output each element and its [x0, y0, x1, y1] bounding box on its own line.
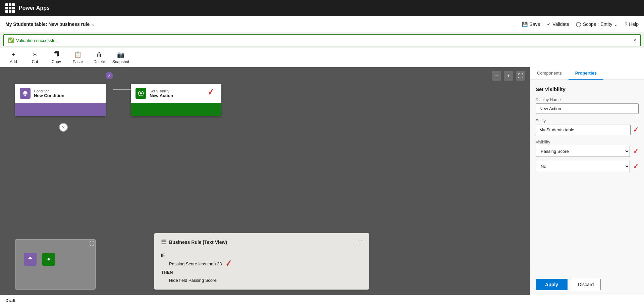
display-name-label: Display Name [536, 97, 639, 102]
cut-icon: ✂ [33, 51, 38, 58]
panel-tabs: Components Properties [530, 67, 644, 80]
condition-name: New Condition [34, 93, 64, 98]
breadcrumb: My Students table: New business rule ⌄ [5, 21, 95, 27]
condition-footer [15, 103, 106, 116]
business-rule-panel: ☰ Business Rule (Text View) ⛶ IF Passing… [154, 233, 369, 290]
mini-condition-icon [24, 253, 37, 266]
action-labels: Set Visibility New Action [150, 89, 173, 98]
copy-icon: 🗍 [53, 51, 59, 58]
biz-rule-action-row: Hide field Passing Score [161, 276, 362, 284]
svg-point-1 [140, 92, 142, 94]
help-button[interactable]: ? Help [625, 21, 639, 27]
visibility-check-annotation: ✓ [633, 147, 638, 156]
panel-section-title: Set Visibility [536, 86, 639, 92]
biz-rule-content: IF Passing Score less than 33 ✓ THEN Hid… [161, 251, 362, 284]
paste-icon: 📋 [74, 51, 82, 58]
action-name: New Action [150, 93, 173, 98]
condition-connector-tick: ✓ [106, 72, 113, 79]
add-button[interactable]: + Add [3, 49, 23, 66]
delete-icon: 🗑 [96, 51, 102, 58]
toolbar: + Add ✂ Cut 🗍 Copy 📋 Paste 🗑 Delete 📷 Sn… [0, 48, 644, 67]
validate-icon: ✓ [547, 21, 551, 27]
check-circle-icon: ✅ [8, 37, 14, 43]
delete-node-button[interactable]: ✕ [59, 123, 68, 132]
save-button[interactable]: 💾 Save [522, 21, 540, 27]
no-check-annotation: ✓ [633, 162, 638, 171]
entity-label: Entity [536, 119, 639, 123]
help-icon: ? [625, 21, 627, 27]
mini-map-expand-icon[interactable]: ⛶ [89, 241, 94, 246]
validation-message: ✅ Validation successful. [8, 37, 58, 43]
snapshot-button[interactable]: 📷 Snapshot [111, 49, 131, 66]
mini-action-icon [42, 253, 55, 266]
canvas[interactable]: − + ⛶ Condition New Condition ✓ ► [0, 67, 530, 295]
chevron-down-icon[interactable]: ⌄ [92, 22, 95, 27]
zoom-in-button[interactable]: + [504, 71, 513, 81]
condition-labels: Condition New Condition [34, 89, 64, 98]
scope-button[interactable]: ◯ Scope : Entity ⌄ [576, 21, 618, 27]
page-title: My Students table: New business rule [5, 21, 90, 27]
entity-field-row: ✓ [536, 125, 639, 135]
biz-rule-title: ☰ Business Rule (Text View) [161, 239, 227, 246]
condition-node[interactable]: Condition New Condition [15, 84, 106, 116]
status-text: Draft [5, 298, 15, 303]
delete-button[interactable]: 🗑 Delete [89, 49, 109, 66]
scope-chevron-icon: ⌄ [614, 21, 618, 27]
entity-check-annotation: ✓ [633, 126, 638, 134]
if-keyword: IF [161, 253, 165, 258]
tab-properties[interactable]: Properties [569, 67, 603, 80]
panel-content: Set Visibility Display Name Entity ✓ Vis… [530, 80, 644, 274]
tab-components[interactable]: Components [530, 67, 569, 80]
copy-button[interactable]: 🗍 Copy [46, 49, 66, 66]
zoom-controls: − + ⛶ [492, 71, 525, 81]
display-name-input[interactable] [536, 103, 639, 114]
cut-button[interactable]: ✂ Cut [25, 49, 45, 66]
save-icon: 💾 [522, 21, 528, 27]
apply-button[interactable]: Apply [536, 279, 568, 290]
action-header: Set Visibility New Action ✓ [131, 84, 221, 103]
main-area: − + ⛶ Condition New Condition ✓ ► [0, 67, 644, 295]
header-bar: My Students table: New business rule ⌄ 💾… [0, 16, 644, 32]
discard-button[interactable]: Discard [571, 279, 601, 290]
top-bar: Power Apps [0, 0, 644, 16]
action-node[interactable]: Set Visibility New Action ✓ [131, 84, 221, 116]
action-icon [136, 88, 146, 99]
condition-type: Condition [34, 89, 64, 93]
validation-close-button[interactable]: × [633, 37, 636, 43]
panel-footer: Apply Discard [530, 274, 644, 295]
action-check-annotation: ✓ [208, 87, 214, 98]
scope-icon: ◯ [576, 21, 581, 27]
waffle-icon[interactable] [5, 3, 15, 13]
snapshot-icon: 📷 [117, 51, 124, 58]
app-title: Power Apps [19, 5, 50, 11]
right-panel: Components Properties Set Visibility Dis… [530, 67, 644, 295]
action-footer [131, 103, 221, 116]
visibility-passing-score-select[interactable]: Passing Score [536, 146, 630, 157]
visibility-no-select[interactable]: No [536, 161, 630, 172]
biz-rule-then-row: THEN [161, 268, 362, 276]
biz-rule-header: ☰ Business Rule (Text View) ⛶ [161, 239, 362, 246]
validate-button[interactable]: ✓ Validate [547, 21, 569, 27]
biz-rule-icon: ☰ [161, 239, 166, 246]
status-bar: Draft [0, 295, 644, 303]
add-icon: + [12, 51, 15, 58]
action-type: Set Visibility [150, 89, 173, 93]
svg-point-2 [48, 258, 50, 261]
biz-rule-expand-icon[interactable]: ⛶ [358, 240, 362, 245]
paste-button[interactable]: 📋 Paste [68, 49, 88, 66]
condition-header: Condition New Condition [15, 84, 106, 103]
header-actions: 💾 Save ✓ Validate ◯ Scope : Entity ⌄ ? H… [522, 21, 639, 27]
visibility-label: Visibility [536, 140, 639, 144]
condition-icon [20, 88, 31, 99]
fit-screen-button[interactable]: ⛶ [516, 71, 525, 81]
biz-rule-if-row: IF [161, 251, 362, 259]
zoom-out-button[interactable]: − [492, 71, 501, 81]
then-keyword: THEN [161, 270, 173, 275]
entity-input[interactable] [536, 125, 631, 135]
condition-check-annotation: ✓ [225, 259, 231, 268]
biz-rule-condition-row: Passing Score less than 33 ✓ [161, 259, 362, 268]
mini-map: ⛶ [15, 239, 96, 290]
validation-bar: ✅ Validation successful. × [3, 34, 641, 46]
